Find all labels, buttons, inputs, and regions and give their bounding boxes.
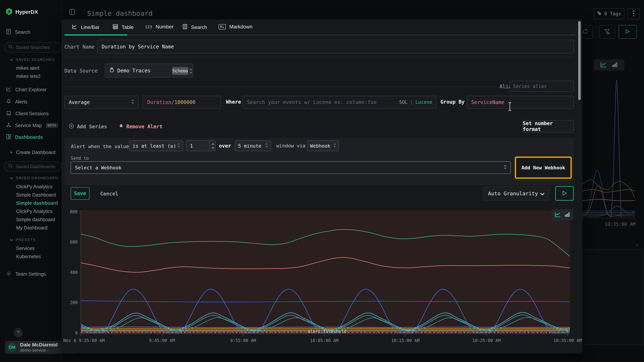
add-series-button[interactable]: Add Series bbox=[69, 123, 107, 130]
expr-number: 1000000 bbox=[174, 99, 196, 105]
brand[interactable]: HyperDX bbox=[6, 8, 38, 16]
alias-placeholder: Series alias bbox=[513, 84, 547, 89]
set-number-format-button[interactable]: Set number format bbox=[522, 120, 574, 133]
edit-chart-modal: Line/Bar Table 123 Number Search M↓ Mark… bbox=[62, 19, 582, 354]
saved-dashboard-item[interactable]: Simple Dashboard bbox=[16, 192, 56, 198]
saved-dashboard-item[interactable]: ClickPy Analytics bbox=[16, 184, 52, 189]
run-query-button-bg[interactable] bbox=[618, 25, 637, 39]
saved-search-item[interactable]: mikes tets2 bbox=[16, 74, 40, 79]
modal-scrollbar[interactable] bbox=[578, 21, 581, 100]
svg-text:800: 800 bbox=[70, 209, 78, 214]
alert-window-select[interactable]: 5 minute bbox=[235, 141, 271, 151]
filter-edit-button[interactable] bbox=[599, 25, 615, 39]
sidebar-item-alerts[interactable]: Alerts bbox=[0, 98, 62, 106]
presets-header[interactable]: PRESETS bbox=[10, 238, 36, 242]
saved-dashboards-input[interactable]: Saved Dashboards bbox=[4, 161, 62, 172]
alert-channel-select[interactable]: Webhook bbox=[307, 141, 339, 151]
saved-searches-placeholder: Saved Searches bbox=[16, 45, 50, 50]
remove-alert-button[interactable]: Remove Alert bbox=[119, 123, 162, 130]
sidebar-item-team-settings[interactable]: Team Settings bbox=[0, 270, 62, 278]
line-chart-icon bbox=[72, 24, 77, 30]
saved-searches-header[interactable]: SAVED SEARCHES bbox=[10, 57, 55, 62]
saved-dashboard-item[interactable]: My Dashboard bbox=[16, 225, 48, 231]
chevron-updown-icon bbox=[189, 68, 192, 75]
group-by-input[interactable]: ServiceName bbox=[467, 96, 574, 109]
tags-button[interactable]: 0 Tags bbox=[594, 8, 624, 19]
tab-table[interactable]: Table bbox=[113, 24, 134, 30]
saved-search-item[interactable]: mikes alert bbox=[16, 65, 40, 71]
sidebar-item-dashboards[interactable]: Dashboards bbox=[0, 133, 62, 141]
data-source-select[interactable]: Demo Traces Schema bbox=[105, 64, 193, 78]
svg-text:10:05:00 AM: 10:05:00 AM bbox=[310, 338, 338, 343]
funnel-edit-icon bbox=[604, 28, 610, 35]
svg-text:10:35:00 AM: 10:35:00 AM bbox=[554, 338, 582, 343]
alert-threshold-input[interactable]: 1 bbox=[186, 141, 216, 151]
chevron-updown-icon bbox=[178, 143, 180, 149]
lucene-toggle[interactable]: Lucene bbox=[416, 100, 432, 105]
bar-chart-icon bbox=[612, 62, 618, 68]
tab-number[interactable]: 123 Number bbox=[145, 24, 173, 30]
aggregation-select[interactable]: Average bbox=[64, 96, 138, 109]
alert-sentence-prefix: Alert when the value bbox=[71, 144, 129, 149]
sql-toggle[interactable]: SQL bbox=[399, 100, 408, 105]
svg-text:0: 0 bbox=[75, 330, 78, 335]
group-by-label: Group By bbox=[440, 99, 464, 105]
chart-type-toggle[interactable] bbox=[551, 209, 573, 221]
preset-item[interactable]: Kubernetes bbox=[16, 254, 41, 259]
preset-item[interactable]: Services bbox=[16, 246, 35, 251]
sidebar-collapse-icon[interactable] bbox=[69, 8, 75, 16]
create-dashboard-button[interactable]: + Create Dashboard bbox=[10, 149, 56, 156]
brand-name: HyperDX bbox=[16, 9, 38, 15]
text-cursor-pointer bbox=[508, 102, 512, 112]
table-icon bbox=[113, 24, 118, 30]
line-chart-icon bbox=[555, 212, 561, 218]
sidebar-item-client-sessions[interactable]: Client Sessions bbox=[0, 110, 62, 118]
save-button[interactable]: Save bbox=[71, 187, 90, 200]
chevron-down-icon bbox=[540, 190, 544, 196]
chart-name-input[interactable]: Duration by Service Name bbox=[97, 40, 574, 54]
sidebar-item-service-map[interactable]: Service Map BETA bbox=[0, 122, 62, 129]
alert-via-label: window via bbox=[276, 143, 306, 149]
logs-icon bbox=[6, 29, 11, 36]
saved-dashboards-header[interactable]: SAVED DASHBOARD bbox=[10, 176, 58, 180]
search-events-input[interactable]: Search your events w/ Lucene ex. column:… bbox=[242, 96, 436, 109]
sidebar-item-label: Search bbox=[15, 29, 30, 35]
alert-over-label: over bbox=[219, 143, 231, 149]
circle-plus-icon bbox=[69, 123, 74, 130]
number-stepper[interactable] bbox=[209, 141, 216, 151]
saved-dashboard-item[interactable]: Simple dashboard bbox=[16, 217, 55, 222]
select-webhook-dropdown[interactable]: Select a Webhook bbox=[71, 161, 511, 174]
saved-dashboard-item[interactable]: ClickPy Analytics bbox=[16, 209, 52, 214]
chevron-down-icon bbox=[10, 238, 13, 242]
alert-threshold-label: Alert Threshold bbox=[304, 329, 350, 334]
granularity-select[interactable]: Auto Granularity bbox=[483, 186, 550, 201]
sidebar-item-search[interactable]: Search bbox=[0, 28, 62, 36]
expr-operator: / bbox=[172, 99, 174, 105]
tab-search[interactable]: Search bbox=[182, 24, 207, 30]
search-list-icon bbox=[182, 24, 188, 30]
svg-text:10:15:00 AM: 10:15:00 AM bbox=[391, 338, 420, 343]
chevron-updown-icon bbox=[334, 143, 336, 149]
cancel-button[interactable]: Cancel bbox=[100, 191, 118, 197]
sidebar-item-chart-explorer[interactable]: Chart Explorer bbox=[0, 86, 62, 94]
saved-dashboard-item-active[interactable]: Simple dashboard bbox=[16, 200, 58, 206]
add-new-webhook-button[interactable]: Add New Webhook bbox=[516, 158, 570, 178]
hyperdx-logo-icon bbox=[6, 8, 12, 16]
kebab-menu-button[interactable] bbox=[628, 8, 640, 19]
series-alias-input[interactable]: Series alias bbox=[510, 81, 574, 92]
tab-markdown[interactable]: M↓ Markdown bbox=[218, 24, 252, 30]
help-button[interactable]: ? bbox=[14, 328, 23, 337]
tab-line-bar[interactable]: Line/Bar bbox=[72, 24, 100, 30]
run-preview-button[interactable] bbox=[555, 186, 574, 201]
saved-dashboards-placeholder: Saved Dashboards bbox=[16, 164, 55, 169]
bg-chart-type-toggle[interactable] bbox=[594, 59, 624, 71]
schema-badge: Schema bbox=[172, 67, 188, 75]
alert-condition-select[interactable]: is at least (≥) bbox=[129, 141, 183, 151]
svg-text:9:45:00 AM: 9:45:00 AM bbox=[149, 338, 175, 343]
expression-input[interactable]: Duration/1000000 bbox=[142, 96, 221, 109]
resize-handle-icon[interactable] bbox=[634, 242, 638, 247]
markdown-icon: M↓ bbox=[218, 24, 226, 29]
svg-text:10:25:00 AM: 10:25:00 AM bbox=[472, 338, 501, 343]
svg-text:Nov 6 9:35:00 AM: Nov 6 9:35:00 AM bbox=[63, 338, 105, 343]
saved-searches-input[interactable]: Saved Searches bbox=[4, 42, 62, 52]
